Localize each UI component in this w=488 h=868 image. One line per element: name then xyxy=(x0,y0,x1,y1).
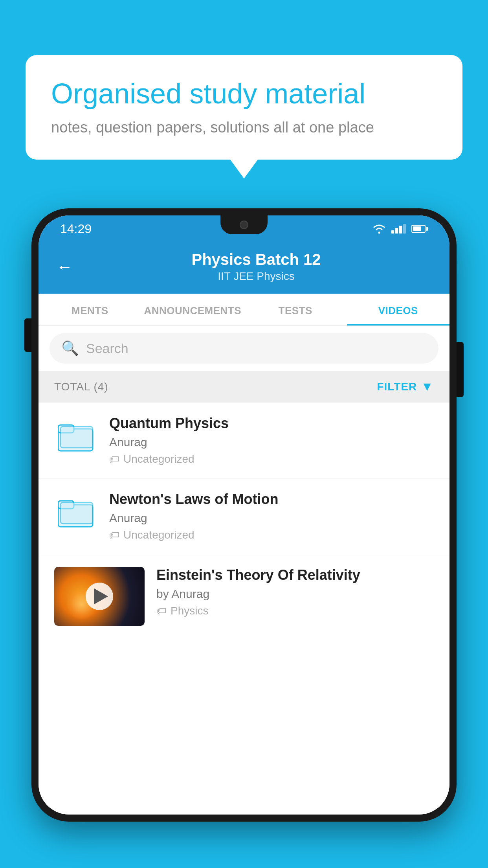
list-item[interactable]: Einstein's Theory Of Relativity by Anura… xyxy=(39,554,449,638)
item-title: Quantum Physics xyxy=(109,415,434,432)
folder-icon-wrapper xyxy=(54,415,97,458)
app-header: ← Physics Batch 12 IIT JEE Physics xyxy=(39,242,449,294)
tab-videos[interactable]: VIDEOS xyxy=(347,294,450,326)
battery-icon xyxy=(411,225,428,233)
filter-icon: ▼ xyxy=(421,379,434,394)
video-thumbnail xyxy=(54,567,145,626)
item-author: Anurag xyxy=(109,511,434,525)
tab-tests[interactable]: TESTS xyxy=(244,294,347,326)
item-title: Newton's Laws of Motion xyxy=(109,491,434,508)
tab-ments[interactable]: MENTS xyxy=(39,294,141,326)
phone-wrapper: 14:29 xyxy=(31,208,457,868)
app-subtitle: IIT JEE Physics xyxy=(81,270,432,283)
svg-point-0 xyxy=(378,232,380,234)
folder-icon xyxy=(58,421,94,453)
header-title: Physics Batch 12 IIT JEE Physics xyxy=(81,251,432,283)
filter-button[interactable]: FILTER ▼ xyxy=(377,379,434,394)
phone-outer: 14:29 xyxy=(31,208,457,822)
play-button[interactable] xyxy=(86,583,113,610)
speech-bubble: Organised study material notes, question… xyxy=(26,55,462,160)
item-info: Einstein's Theory Of Relativity by Anura… xyxy=(156,567,434,617)
tag-icon: 🏷 xyxy=(109,529,119,541)
video-list: Quantum Physics Anurag 🏷 Uncategorized xyxy=(39,403,449,815)
item-tag: 🏷 Uncategorized xyxy=(109,453,434,465)
speech-bubble-title: Organised study material xyxy=(51,77,437,110)
search-icon: 🔍 xyxy=(61,340,79,357)
item-author: by Anurag xyxy=(156,587,434,601)
svg-rect-6 xyxy=(61,502,93,524)
item-info: Quantum Physics Anurag 🏷 Uncategorized xyxy=(109,415,434,465)
status-icons xyxy=(372,224,428,234)
signal-icon xyxy=(391,224,406,234)
list-item[interactable]: Newton's Laws of Motion Anurag 🏷 Uncateg… xyxy=(39,478,449,554)
item-tag: 🏷 Physics xyxy=(156,605,434,617)
item-info: Newton's Laws of Motion Anurag 🏷 Uncateg… xyxy=(109,491,434,541)
tag-icon: 🏷 xyxy=(156,605,167,617)
back-button[interactable]: ← xyxy=(56,257,73,276)
tag-icon: 🏷 xyxy=(109,453,119,465)
app-title: Physics Batch 12 xyxy=(81,251,432,268)
svg-rect-3 xyxy=(61,427,93,448)
filter-bar: TOTAL (4) FILTER ▼ xyxy=(39,371,449,403)
list-item[interactable]: Quantum Physics Anurag 🏷 Uncategorized xyxy=(39,403,449,478)
wifi-icon xyxy=(372,224,386,234)
tab-announcements[interactable]: ANNOUNCEMENTS xyxy=(141,294,244,326)
folder-icon-wrapper xyxy=(54,491,97,534)
phone-screen: 14:29 xyxy=(39,215,449,815)
search-bar-wrapper: 🔍 Search xyxy=(39,326,449,371)
camera-dot xyxy=(240,221,248,229)
item-author: Anurag xyxy=(109,436,434,449)
folder-icon xyxy=(58,497,94,529)
total-count: TOTAL (4) xyxy=(54,381,108,393)
search-placeholder: Search xyxy=(86,341,128,356)
item-tag: 🏷 Uncategorized xyxy=(109,529,434,541)
search-bar[interactable]: 🔍 Search xyxy=(50,333,438,364)
tabs-bar: MENTS ANNOUNCEMENTS TESTS VIDEOS xyxy=(39,294,449,326)
item-title: Einstein's Theory Of Relativity xyxy=(156,567,434,583)
status-time: 14:29 xyxy=(60,222,92,236)
play-triangle-icon xyxy=(94,588,108,604)
phone-notch xyxy=(220,215,268,234)
speech-bubble-subtitle: notes, question papers, solutions all at… xyxy=(51,119,437,136)
